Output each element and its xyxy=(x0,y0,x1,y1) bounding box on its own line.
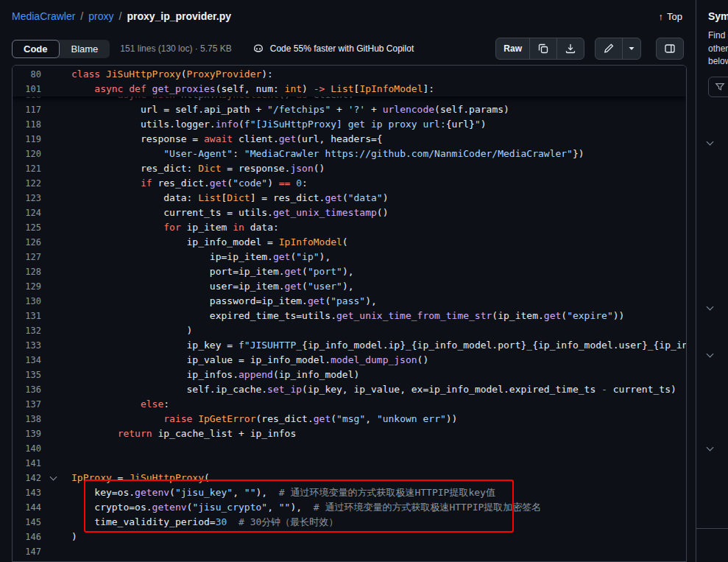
symbol-expand-chevron-icon[interactable] xyxy=(707,303,714,311)
scroll-to-top-label: Top xyxy=(667,11,682,22)
code-line: 122 if res_dict.get("code") == 0: xyxy=(13,176,686,191)
raw-button[interactable]: Raw xyxy=(496,38,529,59)
line-number[interactable]: 140 xyxy=(13,441,41,456)
line-number[interactable]: 135 xyxy=(13,368,41,382)
pencil-icon xyxy=(603,43,615,55)
breadcrumb-file-name: proxy_ip_provider.py xyxy=(127,10,231,22)
code-line: 123 data: List[Dict] = res_dict.get("dat… xyxy=(13,191,686,206)
line-number[interactable]: 119 xyxy=(13,132,41,147)
code-line: 145 time_validity_period=30 # 30分钟（最长时效） xyxy=(13,515,686,530)
line-number[interactable]: 117 xyxy=(13,102,41,117)
line-number[interactable]: 118 xyxy=(13,117,41,132)
copilot-banner-text: Code 55% faster with GitHub Copilot xyxy=(270,43,414,54)
symbols-panel: Symbols Find definitions and references … xyxy=(696,0,728,562)
code-lines: 116 async with httpx.AsyncClient() as cl… xyxy=(13,66,686,559)
code-line: 120 "User-Agent": "MediaCrawler https://… xyxy=(13,147,686,161)
breadcrumb-bar: MediaCrawler / proxy / proxy_ip_provider… xyxy=(0,0,696,32)
code-line: 117 url = self.api_path + "/fetchips" + … xyxy=(13,102,686,117)
copy-button[interactable] xyxy=(529,38,556,59)
code-line: 121 res_dict: Dict = response.json() xyxy=(13,161,686,176)
file-view: MediaCrawler / proxy / proxy_ip_provider… xyxy=(0,0,696,65)
tab-code[interactable]: Code xyxy=(12,40,60,58)
code-line: 118 utils.logger.info(f"[JiSuHttpProxy] … xyxy=(13,117,686,132)
line-number[interactable]: 142 xyxy=(13,471,41,485)
line-number[interactable]: 122 xyxy=(13,176,41,191)
line-number[interactable]: 80 xyxy=(13,67,41,82)
code-line: 142IpProxy = JiSuHttpProxy( xyxy=(13,471,686,485)
code-line: 147 xyxy=(13,544,686,559)
symbols-panel-description: Find definitions and references for func… xyxy=(708,29,728,69)
symbols-toggle-group xyxy=(656,38,684,60)
code-container: 80class JiSuHttpProxy(ProxyProvider):101… xyxy=(12,65,687,562)
code-line: 80class JiSuHttpProxy(ProxyProvider): xyxy=(13,67,686,82)
line-number[interactable]: 146 xyxy=(13,530,41,544)
symbol-expand-chevron-icon[interactable] xyxy=(707,138,714,146)
line-number[interactable]: 127 xyxy=(13,250,41,264)
code-line: 124 current_ts = utils.get_unix_timestam… xyxy=(13,206,686,220)
code-line: 144 crypto=os.getenv("jisu_crypto", ""),… xyxy=(13,500,686,515)
code-line: 138 raise IpGetError(res_dict.get("msg",… xyxy=(13,412,686,426)
line-number[interactable]: 129 xyxy=(13,279,41,294)
filter-funnel-icon xyxy=(715,82,725,92)
code-line: 128 port=ip_item.get("port"), xyxy=(13,264,686,279)
symbol-expand-chevron-icon[interactable] xyxy=(707,444,714,452)
download-button[interactable] xyxy=(556,38,584,59)
line-number[interactable]: 145 xyxy=(13,515,41,530)
line-number[interactable]: 137 xyxy=(13,397,41,412)
line-number[interactable]: 126 xyxy=(13,235,41,250)
copilot-banner[interactable]: Code 55% faster with GitHub Copilot xyxy=(252,43,414,55)
code-line: 141 xyxy=(13,456,686,471)
code-line: 132 ) xyxy=(13,323,686,338)
file-toolbar: Code Blame 151 lines (130 loc) · 5.75 KB… xyxy=(0,32,696,65)
line-number[interactable]: 143 xyxy=(13,485,41,500)
code-line: 146) xyxy=(13,530,686,544)
line-number[interactable]: 123 xyxy=(13,191,41,206)
line-number[interactable]: 132 xyxy=(13,323,41,338)
line-number[interactable]: 131 xyxy=(13,309,41,323)
code-line: 127 ip=ip_item.get("ip"), xyxy=(13,250,686,264)
line-number[interactable]: 124 xyxy=(13,206,41,220)
code-line: 101 async def get_proxies(self, num: int… xyxy=(13,82,686,96)
download-icon xyxy=(565,43,576,55)
line-number[interactable]: 138 xyxy=(13,412,41,426)
line-number[interactable]: 121 xyxy=(13,161,41,176)
arrow-up-icon: ↑ xyxy=(659,11,664,22)
line-number[interactable]: 120 xyxy=(13,147,41,161)
file-meta: 151 lines (130 loc) · 5.75 KB xyxy=(120,43,231,54)
edit-dropdown-button[interactable] xyxy=(622,38,640,59)
line-number[interactable]: 130 xyxy=(13,294,41,309)
line-number[interactable]: 133 xyxy=(13,338,41,353)
breadcrumb-separator: / xyxy=(80,10,83,22)
line-number[interactable]: 101 xyxy=(13,82,41,96)
code-pane: 80class JiSuHttpProxy(ProxyProvider):101… xyxy=(13,66,686,561)
code-line: 137 else: xyxy=(13,397,686,412)
code-line: 139 return ip_cache_list + ip_infos xyxy=(13,426,686,441)
breadcrumb-separator: / xyxy=(119,10,121,22)
edit-button[interactable] xyxy=(596,38,622,59)
breadcrumb-repo-link[interactable]: MediaCrawler xyxy=(12,10,75,22)
line-number[interactable]: 139 xyxy=(13,426,41,441)
line-number[interactable]: 136 xyxy=(13,382,41,397)
side-panel-icon xyxy=(664,43,676,55)
copilot-icon xyxy=(252,43,264,55)
symbol-expand-chevron-icon[interactable] xyxy=(707,351,714,358)
breadcrumb: MediaCrawler / proxy / proxy_ip_provider… xyxy=(12,10,231,22)
code-line: 119 response = await client.get(url, hea… xyxy=(13,132,686,147)
breadcrumb-folder-link[interactable]: proxy xyxy=(88,10,113,22)
code-line: 135 ip_infos.append(ip_info_model) xyxy=(13,368,686,382)
line-number[interactable]: 144 xyxy=(13,500,41,515)
symbols-panel-toggle-button[interactable] xyxy=(657,38,683,59)
scroll-to-top-button[interactable]: ↑ Top xyxy=(659,11,682,22)
tab-blame[interactable]: Blame xyxy=(60,40,110,58)
symbols-filter-field xyxy=(708,77,728,97)
line-number[interactable]: 125 xyxy=(13,220,41,235)
code-line: 126 ip_info_model = IpInfoModel( xyxy=(13,235,686,250)
line-number[interactable]: 134 xyxy=(13,353,41,368)
copy-icon xyxy=(537,43,549,55)
panel-divider xyxy=(696,528,728,529)
line-number[interactable]: 147 xyxy=(13,544,41,559)
line-number[interactable]: 141 xyxy=(13,456,41,471)
line-number[interactable]: 128 xyxy=(13,264,41,279)
code-line: 134 ip_value = ip_info_model.model_dump_… xyxy=(13,353,686,368)
chevron-down-icon xyxy=(628,45,635,52)
